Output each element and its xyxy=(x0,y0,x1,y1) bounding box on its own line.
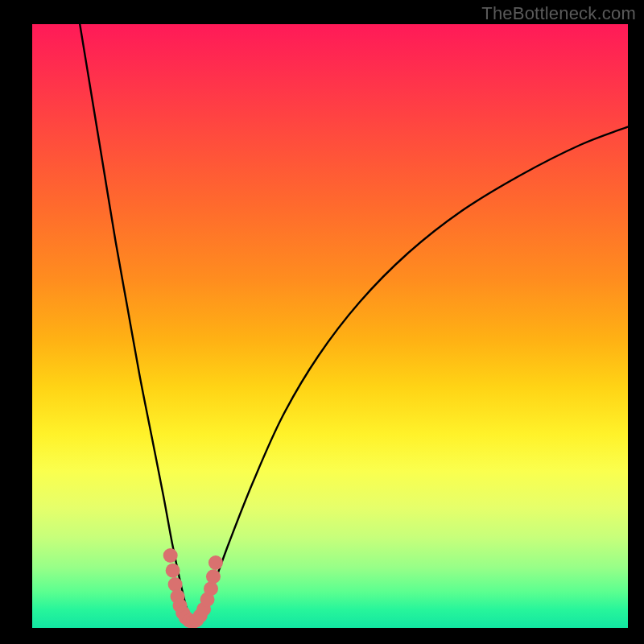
marker-dot xyxy=(163,548,178,563)
watermark-text: TheBottleneck.com xyxy=(481,3,636,24)
plot-area xyxy=(32,24,628,628)
marker-dot xyxy=(168,577,183,592)
marker-dot xyxy=(166,564,180,578)
highlighted-range-markers xyxy=(32,24,628,628)
marker-dot xyxy=(204,581,218,596)
chart-frame: TheBottleneck.com xyxy=(0,0,644,644)
marker-dot xyxy=(208,555,223,570)
marker-dot xyxy=(206,569,221,584)
